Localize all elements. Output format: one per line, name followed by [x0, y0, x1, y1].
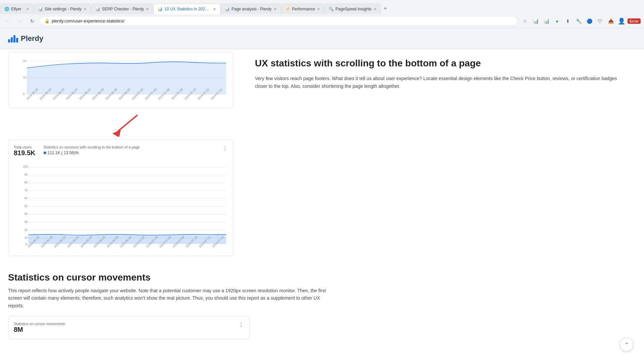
y2-100: 100	[23, 165, 28, 168]
y2-50: 50	[24, 204, 28, 208]
logo-area: Plerdy	[8, 34, 636, 43]
chart-1-svg-wrapper: 20 10 0 2024-06-16 2024-06-18	[14, 58, 228, 102]
y2-0: 0	[25, 243, 27, 246]
logo-text: Plerdy	[21, 34, 43, 43]
right-content: UX statistics with scrolling to the bott…	[241, 49, 644, 261]
tab-pagespeed[interactable]: 🔍 PageSpeed Insights ✕	[324, 4, 381, 14]
url-text: plerdy.com/user-experience-statistics/	[52, 18, 124, 23]
chart-1-container: 20 10 0 2024-06-16 2024-06-18	[8, 52, 233, 108]
y2-10: 10	[24, 236, 28, 239]
page-content: Plerdy 20 10 0	[0, 28, 644, 345]
cursor-chart-stat: Statistics on cursor movements 8M	[14, 322, 65, 334]
chart-2-svg-wrapper: 100 90 80 70 60 50 40 30 20 10 0	[14, 162, 228, 250]
main-layout: 20 10 0 2024-06-16 2024-06-18	[0, 49, 644, 261]
chart-2-header: Total users 819.5K Statistics on session…	[14, 145, 228, 157]
url-bar[interactable]: 🔒 plerdy.com/user-experience-statistics/	[40, 16, 518, 26]
arrow-head	[112, 130, 121, 137]
section-desc: Very few visitors reach page footers. Wh…	[255, 75, 631, 90]
tab-label-serp: SERP Checker - Pierdy	[102, 7, 144, 11]
arrow-svg	[87, 113, 154, 137]
bottom-chart-container: Statistics on cursor movements 8M ⋮	[8, 316, 250, 339]
tab-label-pagespeed: PageSpeed Insights	[335, 7, 371, 11]
tab-label-eflyer: Eflyer	[11, 7, 21, 11]
browser-chrome: 🌐 Eflyer ✕ 📊 Site settings - Pierdy ✕ 📊 …	[0, 0, 644, 28]
tab-favicon-eflyer: 🌐	[4, 7, 9, 11]
y2-20: 20	[24, 228, 28, 232]
plerdy-extension-icon-2[interactable]: 📊	[542, 16, 551, 26]
reload-button[interactable]: ↻	[28, 16, 37, 26]
tab-close-eflyer[interactable]: ✕	[26, 7, 29, 11]
tab-favicon-ux: 📊	[158, 7, 162, 11]
tab-eflyer[interactable]: 🌐 Eflyer ✕	[0, 4, 34, 14]
chart-1-svg: 20 10 0 2024-06-16 2024-06-18	[14, 58, 228, 101]
tab-page-analysis[interactable]: 📊 Page analysis - Pierdy ✕	[220, 4, 281, 14]
tab-favicon-pagespeed: 🔍	[329, 7, 333, 11]
tab-close-ux[interactable]: ✕	[213, 7, 216, 11]
plerdy-extension-icon[interactable]: 📊	[531, 16, 540, 26]
tab-close-page-analysis[interactable]: ✕	[274, 7, 277, 11]
arrow-line	[117, 115, 138, 132]
save-icon[interactable]: 📥	[606, 16, 615, 26]
forward-button[interactable]: →	[15, 16, 25, 26]
y2-70: 70	[24, 189, 28, 192]
y2-40: 40	[24, 212, 28, 216]
scroll-stat-label: Statistics on sessions with scrolling to…	[44, 145, 140, 149]
download-icon[interactable]: ⬇	[563, 16, 573, 26]
total-users-label: Total users	[14, 145, 36, 149]
y2-90: 90	[24, 173, 28, 176]
extension-icon-6[interactable]: 🛡	[595, 16, 605, 26]
total-users-value: 819.5K	[14, 149, 36, 157]
tab-close-pagespeed[interactable]: ✕	[374, 7, 377, 11]
chart-2-legend: 111.1K ( 13.56)%	[44, 150, 140, 155]
left-content: 20 10 0 2024-06-16 2024-06-18	[0, 49, 241, 261]
error-badge: Error	[628, 18, 641, 24]
bookmark-icon[interactable]: ☆	[520, 16, 530, 26]
tab-close-performance[interactable]: ✕	[317, 7, 320, 11]
tab-serp-checker[interactable]: 📊 SERP Checker - Pierdy ✕	[91, 4, 153, 14]
tab-performance[interactable]: ⚡ Performance ✕	[281, 4, 325, 14]
cursor-chart-label: Statistics on cursor movements	[14, 322, 65, 326]
chevron-up-icon: ⌃	[625, 342, 629, 345]
plerdy-logo-icon	[8, 35, 18, 43]
site-header: Plerdy	[0, 28, 644, 49]
total-users-stat: Total users 819.5K	[14, 145, 36, 157]
tab-favicon-site-settings: 📊	[38, 7, 43, 11]
tab-label-site-settings: Site settings - Pierdy	[45, 7, 82, 11]
y2-80: 80	[24, 181, 28, 184]
chart-2-svg: 100 90 80 70 60 50 40 30 20 10 0	[14, 162, 228, 249]
tab-site-settings[interactable]: 📊 Site settings - Pierdy ✕	[34, 4, 91, 14]
bottom-section-title: Statistics on cursor movements	[8, 272, 636, 283]
profile-avatar[interactable]: 👤	[617, 16, 626, 26]
chart-2-container: Total users 819.5K Statistics on session…	[8, 139, 233, 256]
scroll-stat-value: 111.1K ( 13.56)%	[48, 150, 79, 155]
y2-30: 30	[24, 220, 28, 224]
tab-close-site-settings[interactable]: ✕	[84, 7, 87, 11]
lock-icon: 🔒	[45, 19, 50, 23]
cursor-chart-value: 8M	[14, 326, 65, 334]
bottom-chart-menu[interactable]: ⋮	[238, 322, 244, 328]
tab-close-serp[interactable]: ✕	[146, 7, 149, 11]
toolbar-icons: ☆ 📊 📊 ● ⬇ 🔧 🔵 🛡 📥 👤 Error	[520, 16, 641, 26]
address-bar: ← → ↻ 🔒 plerdy.com/user-experience-stati…	[0, 14, 644, 28]
back-button[interactable]: ←	[3, 16, 13, 26]
tab-bar: 🌐 Eflyer ✕ 📊 Site settings - Pierdy ✕ 📊 …	[0, 0, 644, 14]
bottom-desc: This report reflects how actively people…	[8, 287, 330, 309]
bottom-section: Statistics on cursor movements This repo…	[0, 261, 644, 345]
y-label-0: 0	[23, 92, 24, 96]
tab-ux-statistics[interactable]: 📊 10 UX Statistics in 2024 – Pi... ✕	[153, 4, 220, 14]
arrow-annotation	[8, 113, 233, 137]
tab-favicon-serp: 📊	[95, 7, 100, 11]
legend-dot	[44, 152, 46, 154]
tab-label-ux: 10 UX Statistics in 2024 – Pi...	[164, 7, 211, 11]
new-tab-button[interactable]: +	[381, 3, 389, 14]
chart-2-menu[interactable]: ⋮	[222, 145, 228, 152]
extension-icon-4[interactable]: 🔧	[574, 16, 583, 26]
plerdy-icon-3[interactable]: ●	[552, 16, 562, 26]
tab-label-page-analysis: Page analysis - Pierdy	[231, 7, 271, 11]
y-label-10: 10	[23, 76, 26, 79]
tab-favicon-page-analysis: 📊	[225, 7, 229, 11]
tab-favicon-performance: ⚡	[285, 7, 290, 11]
section-title: UX statistics with scrolling to the bott…	[255, 57, 631, 69]
scroll-stat: Statistics on sessions with scrolling to…	[44, 145, 140, 155]
extension-icon-5[interactable]: 🔵	[585, 16, 594, 26]
